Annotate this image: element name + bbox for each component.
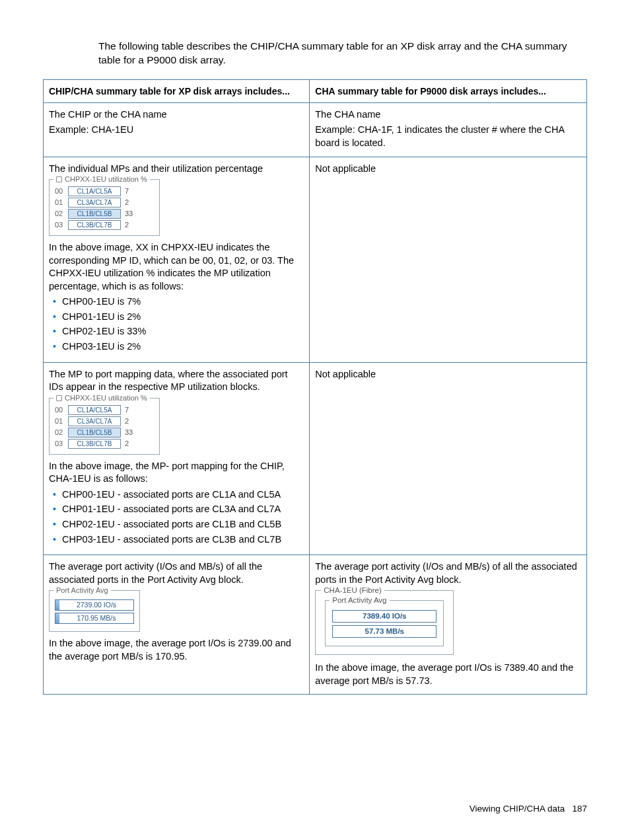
mp-index: 01 (55, 198, 68, 208)
footer-text: Viewing CHIP/CHA data (470, 804, 565, 814)
page-number: 187 (572, 804, 587, 814)
text: In the above image, XX in CHPXX-IEU indi… (49, 241, 304, 293)
text: The CHIP or the CHA name (49, 108, 304, 122)
fieldset-legend: Port Activity Avg (330, 595, 389, 606)
document-page: The following table describes the CHIP/C… (0, 0, 630, 840)
fieldset-legend: Port Activity Avg (53, 586, 111, 595)
fieldset-legend: CHA-1EU (Fibre) (321, 586, 384, 596)
port-bar: CL3A/CL7A (68, 416, 121, 426)
text: In the above image, the average port I/O… (49, 637, 304, 663)
text: The average port activity (I/Os and MB/s… (315, 560, 581, 586)
table-row: The individual MPs and their utilization… (44, 157, 587, 362)
port-bar: CL3B/CL7B (68, 220, 121, 230)
col-header-right: CHA summary table for P9000 disk arrays … (310, 79, 587, 102)
port-bar: CL3B/CL7B (68, 439, 121, 449)
bullet-list: CHP00-1EU is 7%CHP01-1EU is 2%CHP02-1EU … (49, 295, 304, 353)
mp-index: 03 (55, 439, 68, 449)
text: In the above image, the MP- port mapping… (49, 460, 304, 486)
summary-table: CHIP/CHA summary table for XP disk array… (43, 79, 587, 695)
text: Example: CHA-1EU (49, 124, 304, 137)
col-header-left: CHIP/CHA summary table for XP disk array… (44, 79, 310, 102)
mp-index: 01 (55, 416, 68, 426)
table-row: The MP to port mapping data, where the a… (44, 362, 587, 555)
list-item: CHP01-1EU - associated ports are CL3A an… (49, 503, 304, 516)
avg-io-bar: 7389.40 IO/s (332, 610, 437, 623)
text: Not applicable (315, 368, 581, 381)
cha-block: CHA-1EU (Fibre) Port Activity Avg 7389.4… (315, 590, 454, 655)
bullet-list: CHP00-1EU - associated ports are CL1A an… (49, 488, 304, 546)
util-value: 2 (125, 198, 129, 208)
port-activity-avg-block: Port Activity Avg 2739.00 IO/s 170.95 MB… (49, 590, 140, 632)
list-item: CHP01-1EU is 2% (49, 311, 304, 324)
text: The individual MPs and their utilization… (49, 163, 304, 176)
utilization-row: 00CL1A/CL5A7 (55, 186, 154, 196)
page-footer: Viewing CHIP/CHA data 187 (470, 804, 587, 814)
fieldset-legend: CHPXX-1EU utilization % (53, 174, 150, 184)
utilization-row: 00CL1A/CL5A7 (55, 405, 154, 415)
mp-index: 02 (55, 209, 68, 219)
mp-index: 02 (55, 428, 68, 438)
mp-index: 00 (55, 405, 68, 415)
utilization-row: 01CL3A/CL7A2 (55, 198, 154, 208)
port-bar: CL1B/CL5B (68, 428, 121, 438)
util-value: 2 (125, 439, 129, 449)
text: Not applicable (315, 163, 581, 176)
mp-index: 00 (55, 186, 68, 196)
port-bar: CL3A/CL7A (68, 198, 121, 208)
utilization-row: 03CL3B/CL7B2 (55, 220, 154, 230)
mp-index: 03 (55, 220, 68, 230)
avg-mb-bar: 170.95 MB/s (55, 613, 134, 624)
util-value: 33 (125, 209, 133, 219)
text: The average port activity (I/Os and MB/s… (49, 560, 304, 586)
table-row: The CHIP or the CHA name Example: CHA-1E… (44, 102, 587, 157)
port-bar: CL1A/CL5A (68, 186, 121, 196)
utilization-row: 02CL1B/CL5B33 (55, 428, 154, 438)
list-item: CHP02-1EU - associated ports are CL1B an… (49, 518, 304, 531)
utilization-row: 02CL1B/CL5B33 (55, 209, 154, 219)
list-item: CHP03-1EU - associated ports are CL3B an… (49, 533, 304, 547)
list-item: CHP03-1EU is 2% (49, 340, 304, 354)
utilization-block: CHPXX-1EU utilization % 00CL1A/CL5A701CL… (49, 179, 160, 236)
text: The MP to port mapping data, where the a… (49, 368, 304, 394)
util-value: 7 (125, 405, 129, 415)
utilization-row: 03CL3B/CL7B2 (55, 439, 154, 449)
list-item: CHP00-1EU is 7% (49, 295, 304, 309)
avg-io-bar: 2739.00 IO/s (55, 599, 134, 611)
avg-mb-bar: 57.73 MB/s (332, 625, 437, 638)
port-bar: CL1A/CL5A (68, 405, 121, 415)
table-row: The average port activity (I/Os and MB/s… (44, 555, 587, 695)
fieldset-legend: CHPXX-1EU utilization % (53, 393, 150, 403)
text: In the above image, the average port I/O… (315, 662, 581, 687)
util-value: 2 (125, 220, 129, 230)
list-item: CHP02-1EU is 33% (49, 325, 304, 338)
util-value: 2 (125, 416, 129, 426)
port-activity-avg-block: Port Activity Avg 7389.40 IO/s 57.73 MB/… (325, 600, 444, 646)
list-item: CHP00-1EU - associated ports are CL1A an… (49, 488, 304, 502)
text: The CHA name (315, 108, 581, 122)
util-value: 33 (125, 428, 133, 438)
text: Example: CHA-1F, 1 indicates the cluster… (315, 124, 581, 149)
utilization-block: CHPXX-1EU utilization % 00CL1A/CL5A701CL… (49, 398, 160, 455)
utilization-row: 01CL3A/CL7A2 (55, 416, 154, 426)
port-bar: CL1B/CL5B (68, 209, 121, 219)
util-value: 7 (125, 186, 129, 196)
intro-paragraph: The following table describes the CHIP/C… (98, 40, 587, 67)
